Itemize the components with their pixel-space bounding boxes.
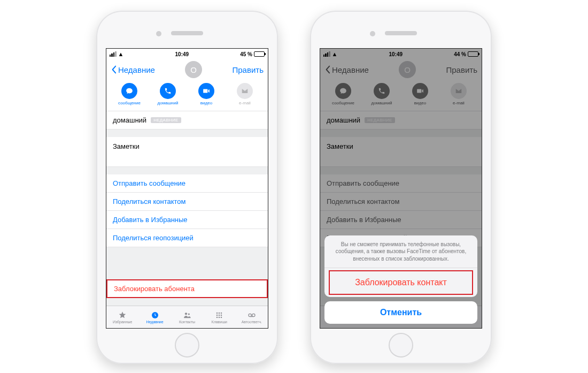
sheet-block-button[interactable]: Заблокировать контакт	[330, 271, 472, 294]
email-icon	[237, 83, 253, 99]
battery-icon	[254, 51, 265, 57]
home-button[interactable]	[175, 333, 199, 357]
svg-point-11	[221, 316, 222, 318]
share-contact-link[interactable]: Поделиться контактом	[106, 193, 268, 211]
signal-icon	[110, 51, 117, 57]
wifi-icon: ▲	[118, 51, 124, 57]
svg-point-9	[216, 316, 218, 318]
phone-left: ▲ 10:49 45 % Недавние O	[96, 11, 278, 364]
tab-keypad[interactable]: Клавиши	[203, 306, 235, 328]
send-message-link[interactable]: Отправить сообщение	[106, 174, 268, 193]
svg-point-8	[221, 314, 222, 316]
tab-favorites[interactable]: Избранные	[106, 306, 138, 328]
screen: ▲ 10:49 45 % Недавние O	[106, 48, 268, 329]
svg-point-1	[185, 313, 187, 315]
action-video[interactable]: видео	[191, 83, 221, 105]
svg-point-2	[188, 313, 190, 315]
contacts-icon	[182, 311, 192, 319]
svg-point-6	[216, 314, 218, 316]
share-location-link[interactable]: Поделиться геопозицией	[106, 229, 268, 247]
block-contact-link[interactable]: Заблокировать абонента	[106, 279, 268, 298]
screen: ▲ 10:49 44 % Недавние O	[320, 48, 482, 329]
svg-point-12	[249, 314, 251, 316]
back-button[interactable]: Недавние	[111, 65, 155, 74]
phone-number-row[interactable]: домашний НЕДАВНИЕ	[106, 111, 268, 130]
phone-icon	[160, 83, 176, 99]
tab-recents[interactable]: Недавние	[138, 306, 171, 328]
home-button[interactable]	[389, 333, 413, 357]
svg-point-4	[219, 312, 220, 314]
back-label: Недавние	[118, 65, 155, 74]
content-area: домашний НЕДАВНИЕ Заметки Отправить сооб…	[106, 111, 268, 306]
nav-bar: Недавние O Править	[106, 59, 268, 80]
action-call[interactable]: домашний	[153, 83, 183, 105]
quick-actions: сообщение домашний видео e-mail	[106, 80, 268, 111]
star-icon	[118, 311, 127, 319]
camera-dot	[156, 31, 161, 36]
message-icon	[121, 83, 137, 99]
edit-button[interactable]: Править	[232, 65, 264, 74]
svg-point-5	[221, 312, 222, 314]
phone-right: ▲ 10:49 44 % Недавние O	[310, 11, 492, 364]
status-time: 10:49	[175, 51, 189, 57]
sheet-cancel-button[interactable]: Отменить	[324, 301, 477, 324]
status-bar: ▲ 10:49 45 %	[106, 49, 268, 59]
voicemail-icon	[247, 311, 257, 319]
action-message[interactable]: сообщение	[114, 83, 144, 105]
tab-bar: Избранные Недавние Контакты Клавиши	[106, 306, 268, 328]
keypad-icon	[214, 311, 224, 319]
speaker-grille	[171, 31, 203, 35]
notes-cell[interactable]: Заметки	[106, 137, 268, 167]
recent-badge: НЕДАВНИЕ	[151, 117, 181, 123]
action-sheet: Вы не сможете принимать телефонные вызов…	[324, 235, 477, 324]
add-favorite-link[interactable]: Добавить в Избранные	[106, 211, 268, 229]
tab-voicemail[interactable]: Автоответч.	[236, 306, 268, 328]
svg-point-7	[219, 314, 220, 316]
camera-dot	[370, 31, 375, 36]
contact-avatar: O	[185, 61, 202, 78]
tab-contacts[interactable]: Контакты	[171, 306, 203, 328]
svg-point-13	[252, 314, 254, 316]
svg-point-10	[219, 316, 220, 318]
clock-icon	[150, 311, 160, 319]
video-icon	[198, 83, 214, 99]
battery-percent: 45 %	[240, 51, 252, 57]
svg-point-3	[216, 312, 218, 314]
speaker-grille	[385, 31, 417, 35]
action-email: e-mail	[230, 83, 260, 105]
sheet-description: Вы не сможете принимать телефонные вызов…	[324, 235, 477, 269]
